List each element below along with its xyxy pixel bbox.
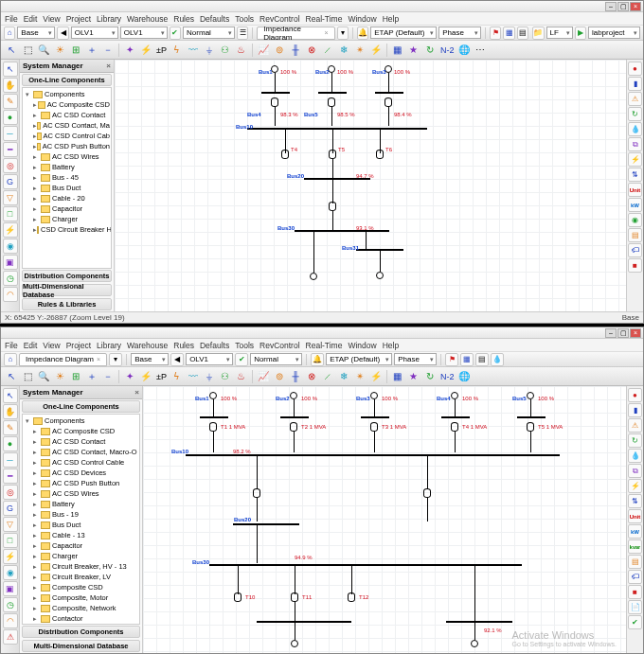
panel-close-icon[interactable]: × xyxy=(134,388,139,397)
rb-filter-icon[interactable]: ⧉ xyxy=(628,464,642,478)
star-icon[interactable]: ★ xyxy=(406,43,421,58)
star-icon[interactable]: ★ xyxy=(406,369,421,384)
tree-item[interactable]: Circuit Breaker, HV - 13 xyxy=(52,562,127,571)
motor-icon[interactable]: ⊚ xyxy=(272,43,287,58)
rb-ok-icon[interactable]: ✔ xyxy=(628,615,642,629)
spark-icon[interactable]: ✴ xyxy=(352,369,367,384)
zoom-icon[interactable]: 🔍 xyxy=(36,369,51,384)
sb-clock-icon[interactable]: ◷ xyxy=(3,597,18,612)
transformer[interactable] xyxy=(271,97,278,107)
rb-tag-icon[interactable]: 🏷 xyxy=(628,570,642,584)
menu-file[interactable]: File xyxy=(5,341,18,350)
rb-meter2-icon[interactable]: ◉ xyxy=(628,213,642,227)
transformer[interactable] xyxy=(527,422,534,432)
bolt-icon[interactable]: ϟ xyxy=(170,43,185,58)
wave-icon[interactable]: 〰 xyxy=(186,43,201,58)
rb-kw-label[interactable]: kW xyxy=(628,198,642,212)
nav-back-icon[interactable]: ◀ xyxy=(170,353,184,366)
zoom-area-icon[interactable]: ⬚ xyxy=(20,369,35,384)
settings-icon[interactable]: ☰ xyxy=(237,27,248,40)
plug-icon[interactable]: ⚇ xyxy=(218,43,233,58)
layout-icon[interactable]: ▦ xyxy=(460,353,474,366)
zoom-out-icon[interactable]: － xyxy=(100,43,116,58)
cursor-icon[interactable]: ↖ xyxy=(4,43,19,58)
tree-item[interactable]: AC Composite CSD xyxy=(47,100,110,109)
breaker-icon[interactable]: ⊗ xyxy=(304,369,319,384)
cursor-icon[interactable]: ↖ xyxy=(4,369,19,384)
transformer[interactable] xyxy=(451,422,458,432)
transformer[interactable] xyxy=(348,592,355,602)
tree-item[interactable]: AC CSD Devices xyxy=(52,468,106,477)
sb-gen-icon[interactable]: G xyxy=(3,501,18,516)
olv-combo[interactable]: OLV1 xyxy=(186,353,233,365)
bell-icon[interactable]: 🔔 xyxy=(311,353,324,366)
olv-combo-b[interactable]: OLV1 xyxy=(120,27,168,39)
menu-window[interactable]: Window xyxy=(348,341,376,350)
sb-meter-icon[interactable]: ◉ xyxy=(3,565,18,580)
tab-close-icon[interactable]: × xyxy=(325,29,329,36)
tree-item[interactable]: Cable - 20 xyxy=(52,194,85,203)
menu-project[interactable]: Project xyxy=(66,341,91,350)
rb-sync-icon[interactable]: ↻ xyxy=(628,433,642,448)
surge-icon[interactable]: ⚡ xyxy=(368,43,384,58)
sb-panel-icon[interactable]: ▣ xyxy=(3,255,18,270)
ground-icon[interactable]: ⏚ xyxy=(202,369,217,384)
tree-item[interactable]: AC CSD Contact xyxy=(52,111,105,119)
load-node[interactable] xyxy=(310,273,317,280)
menu-revcontrol[interactable]: RevControl xyxy=(259,14,300,24)
check-icon[interactable]: ✔ xyxy=(235,353,248,366)
sb-draw-icon[interactable]: ✎ xyxy=(3,420,18,435)
section-distribution[interactable]: Distribution Components xyxy=(22,270,112,282)
nav-back-icon[interactable]: ◀ xyxy=(57,27,68,40)
wave-icon[interactable]: 〰 xyxy=(186,369,201,384)
bus[interactable] xyxy=(280,416,309,418)
view-icon[interactable]: ▤ xyxy=(475,353,489,366)
tree-item[interactable]: Battery xyxy=(52,163,75,171)
menu-help[interactable]: Help xyxy=(383,341,399,350)
section-one-line[interactable]: One-Line Components xyxy=(22,74,112,86)
tree-item[interactable]: CSD Circuit Breaker HV xyxy=(41,225,112,234)
transformer[interactable] xyxy=(291,592,298,602)
transformer[interactable] xyxy=(290,422,297,432)
base-combo[interactable]: Base xyxy=(131,353,169,365)
gen-node[interactable] xyxy=(527,392,534,399)
menu-revcontrol[interactable]: RevControl xyxy=(259,341,300,350)
bus[interactable] xyxy=(233,523,299,525)
rb-chart-icon[interactable]: ▮ xyxy=(628,403,642,417)
tree-icon[interactable]: ⊞ xyxy=(68,43,83,58)
rb-unit-label[interactable]: Unit xyxy=(628,183,642,197)
rb-bolt-icon[interactable]: ⚡ xyxy=(628,152,642,167)
zoom-in-icon[interactable]: ＋ xyxy=(84,43,99,58)
transformer[interactable] xyxy=(209,422,217,432)
minimize-button[interactable]: – xyxy=(605,328,617,338)
menu-edit[interactable]: Edit xyxy=(24,341,38,350)
alert-icon[interactable]: ⚑ xyxy=(445,353,458,366)
main-bus[interactable] xyxy=(186,454,560,456)
switch-icon[interactable]: ⟋ xyxy=(320,369,335,384)
rb-stop-icon[interactable]: ■ xyxy=(628,585,642,599)
sb-relay-icon[interactable]: □ xyxy=(3,533,18,548)
bus[interactable] xyxy=(375,92,403,94)
transformer[interactable] xyxy=(423,488,431,498)
capacitor-icon[interactable]: ╫ xyxy=(288,369,303,384)
snowflake-icon[interactable]: ❄ xyxy=(336,369,351,384)
tree-item[interactable]: AC CSD Push Button xyxy=(52,479,119,487)
tree-item[interactable]: Bus - 19 xyxy=(52,510,79,519)
sb-clock-icon[interactable]: ◷ xyxy=(3,271,18,286)
bus[interactable] xyxy=(295,230,389,232)
load-node[interactable] xyxy=(376,272,384,279)
menu-warehouse[interactable]: Warehouse xyxy=(127,14,168,24)
compass-icon[interactable]: ✦ xyxy=(122,43,137,58)
tree-item[interactable]: Capacitor xyxy=(52,541,82,550)
menu-help[interactable]: Help xyxy=(383,14,399,24)
section-mdb[interactable]: Multi-Dimensional Database xyxy=(22,284,112,296)
transformer[interactable] xyxy=(281,150,289,159)
diagram-canvas-bottom[interactable]: Bus1 100 % Bus2 100 % Bus3 100 % Bus4 10… xyxy=(143,386,626,653)
tree-item[interactable]: AC CSD Contact xyxy=(52,437,105,446)
maximize-button[interactable]: ▢ xyxy=(617,2,629,11)
sync-icon[interactable]: ↻ xyxy=(422,369,438,384)
rb-stop-icon[interactable]: ■ xyxy=(628,258,642,273)
sb-link-icon[interactable]: ─ xyxy=(3,452,18,468)
more-icon[interactable]: ⋯ xyxy=(473,43,488,58)
sync-icon[interactable]: ↻ xyxy=(422,43,438,58)
